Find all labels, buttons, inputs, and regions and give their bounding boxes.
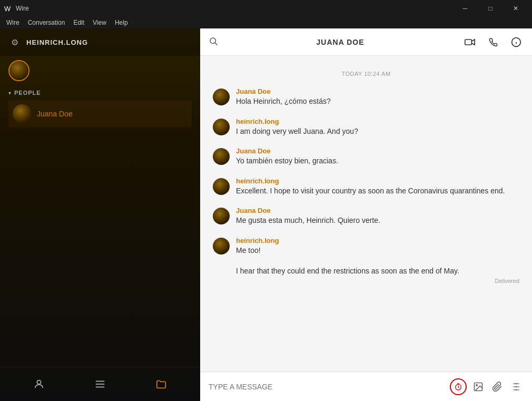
- message-group: Juana Doe Hola Heinrich, ¿cómo estás?: [213, 87, 519, 107]
- chat-header: JUANA DOE: [200, 28, 532, 56]
- contacts-icon[interactable]: [31, 376, 47, 393]
- message-avatar: [213, 208, 230, 224]
- message-sender: heinrich.long: [236, 118, 519, 125]
- message-avatar: [213, 119, 230, 135]
- svg-rect-7: [465, 40, 472, 45]
- svg-point-1: [37, 380, 41, 384]
- message-group: Juana Doe Me gusta esta much, Heinrich. …: [213, 207, 519, 226]
- menu-conversation[interactable]: Conversation: [24, 18, 70, 27]
- message-group: heinrich.long Excellent. I hope to visit…: [213, 177, 519, 197]
- people-label: PEOPLE: [14, 90, 41, 96]
- message-avatar: [213, 238, 230, 255]
- sidebar: ⚙ HEINRICH.LONG ▾ PEOPLE Juana Doe: [0, 28, 200, 401]
- message-text: Me too!I hear that they could end the re…: [236, 246, 519, 277]
- folder-icon[interactable]: [153, 376, 170, 393]
- message-sender: Juana Doe: [236, 87, 519, 95]
- sidebar-header: ⚙ HEINRICH.LONG: [0, 28, 200, 56]
- people-section: ▾ PEOPLE Juana Doe: [0, 85, 200, 130]
- contact-avatar: [13, 104, 32, 123]
- message-sender: Juana Doe: [236, 207, 519, 214]
- message-content: Juana Doe Hola Heinrich, ¿cómo estás?: [236, 87, 519, 107]
- message-text: Yo también estoy bien, gracias.: [236, 156, 519, 167]
- title-bar: W Wire ─ □ ✕: [0, 0, 532, 17]
- message-sender: Juana Doe: [236, 147, 519, 155]
- chat-input-area: [200, 371, 532, 401]
- message-group: heinrich.long I am doing very well Juana…: [213, 118, 519, 137]
- window-controls: ─ □ ✕: [453, 0, 528, 17]
- menu-view[interactable]: View: [88, 18, 111, 27]
- message-content: Juana Doe Me gusta esta much, Heinrich. …: [236, 207, 519, 226]
- message-text: Excellent. I hope to visit your country …: [236, 186, 519, 197]
- user-avatar[interactable]: [8, 60, 29, 81]
- people-chevron-icon: ▾: [8, 90, 11, 96]
- video-call-icon[interactable]: [462, 35, 477, 50]
- main-content: ⚙ HEINRICH.LONG ▾ PEOPLE Juana Doe: [0, 28, 532, 401]
- message-content: heinrich.long Me too!I hear that they co…: [236, 237, 519, 284]
- message-avatar: [213, 178, 230, 195]
- message-input[interactable]: [209, 383, 444, 391]
- message-group: heinrich.long Me too!I hear that they co…: [213, 237, 519, 284]
- menu-bar: Wire Conversation Edit View Help: [0, 17, 532, 28]
- app-icon: W: [4, 4, 13, 13]
- window-title: Wire: [16, 5, 453, 12]
- message-sender: heinrich.long: [236, 237, 519, 244]
- account-name: HEINRICH.LONG: [26, 38, 88, 46]
- close-button[interactable]: ✕: [504, 0, 528, 17]
- chat-actions: [462, 35, 524, 50]
- message-avatar: [213, 148, 230, 165]
- message-status: Delivered: [236, 278, 519, 284]
- chat-panel: JUANA DOE: [200, 28, 532, 401]
- sidebar-footer: [0, 367, 200, 401]
- menu-edit[interactable]: Edit: [69, 18, 88, 27]
- message-content: heinrich.long I am doing very well Juana…: [236, 118, 519, 137]
- svg-point-15: [476, 384, 478, 386]
- message-sender: heinrich.long: [236, 177, 519, 185]
- input-actions: [450, 378, 524, 395]
- messages-area[interactable]: TODAY 10:24 AM Juana Doe Hola Heinrich, …: [200, 56, 532, 371]
- date-divider: TODAY 10:24 AM: [213, 71, 519, 77]
- maximize-button[interactable]: □: [478, 0, 503, 17]
- more-icon[interactable]: [509, 379, 524, 394]
- menu-help[interactable]: Help: [111, 18, 132, 27]
- svg-text:W: W: [4, 5, 11, 13]
- message-text: Hola Heinrich, ¿cómo estás?: [236, 96, 519, 107]
- contact-item[interactable]: Juana Doe: [8, 100, 192, 128]
- message-group: Juana Doe Yo también estoy bien, gracias…: [213, 147, 519, 167]
- menu-icon[interactable]: [92, 376, 109, 393]
- search-icon[interactable]: [209, 36, 218, 48]
- people-header: ▾ PEOPLE: [8, 90, 192, 96]
- attach-icon[interactable]: [490, 379, 505, 394]
- contact-name: Juana Doe: [37, 110, 73, 118]
- avatar-row: [0, 56, 200, 85]
- menu-wire[interactable]: Wire: [2, 18, 24, 27]
- avatar-image: [9, 61, 28, 80]
- settings-icon[interactable]: ⚙: [8, 36, 21, 48]
- svg-line-6: [215, 43, 217, 45]
- message-content: Juana Doe Yo también estoy bien, gracias…: [236, 147, 519, 167]
- chat-contact-name: JUANA DOE: [218, 38, 462, 46]
- minimize-button[interactable]: ─: [453, 0, 477, 17]
- message-content: heinrich.long Excellent. I hope to visit…: [236, 177, 519, 197]
- image-icon[interactable]: [471, 379, 486, 394]
- message-text: I am doing very well Juana. And you?: [236, 126, 519, 137]
- message-avatar: [213, 89, 230, 105]
- message-text: Me gusta esta much, Heinrich. Quiero ver…: [236, 216, 519, 226]
- info-icon[interactable]: [509, 35, 524, 50]
- phone-call-icon[interactable]: [486, 35, 500, 50]
- timer-icon[interactable]: [450, 378, 467, 395]
- svg-point-5: [210, 38, 216, 44]
